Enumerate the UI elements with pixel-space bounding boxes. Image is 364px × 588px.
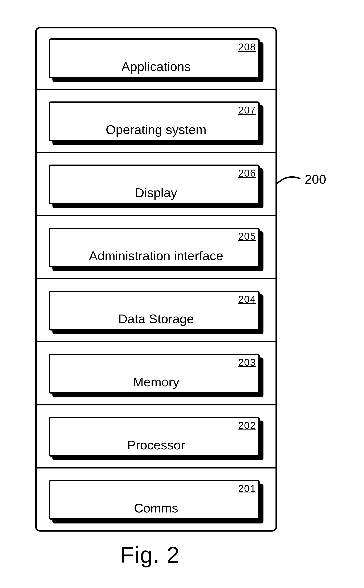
block-data-storage-ref: 204 [238, 294, 256, 305]
block-data-storage: 204 Data Storage [49, 291, 263, 334]
block-display: 206 Display [49, 165, 263, 208]
block-admin-interface-label: Administration interface [49, 248, 263, 263]
block-data-storage-label: Data Storage [49, 311, 263, 326]
block-comms-label: Comms [49, 501, 263, 515]
block-applications-ref: 208 [238, 41, 256, 53]
block-operating-system-label: Operating system [49, 122, 263, 137]
block-memory-ref: 203 [238, 357, 256, 368]
block-processor-ref: 202 [238, 420, 256, 431]
block-display-ref: 206 [238, 167, 256, 179]
block-processor-label: Processor [49, 438, 263, 452]
block-comms: 201 Comms [49, 480, 263, 523]
block-display-label: Display [49, 185, 263, 200]
block-memory-label: Memory [49, 375, 263, 389]
figure-page: 200 208 Applications 207 Operating syste… [0, 0, 364, 588]
leader-200 [277, 172, 304, 197]
block-operating-system: 207 Operating system [49, 101, 263, 145]
block-admin-interface: 205 Administration interface [49, 228, 263, 271]
system-ref-label: 200 [305, 172, 326, 186]
block-comms-ref: 201 [238, 483, 256, 494]
block-processor: 202 Processor [49, 417, 263, 460]
block-applications: 208 Applications [49, 38, 263, 82]
block-applications-label: Applications [49, 59, 263, 74]
block-admin-interface-ref: 205 [238, 231, 256, 242]
block-operating-system-ref: 207 [238, 104, 256, 116]
block-memory: 203 Memory [49, 354, 263, 397]
figure-caption: Fig. 2 [120, 542, 180, 568]
